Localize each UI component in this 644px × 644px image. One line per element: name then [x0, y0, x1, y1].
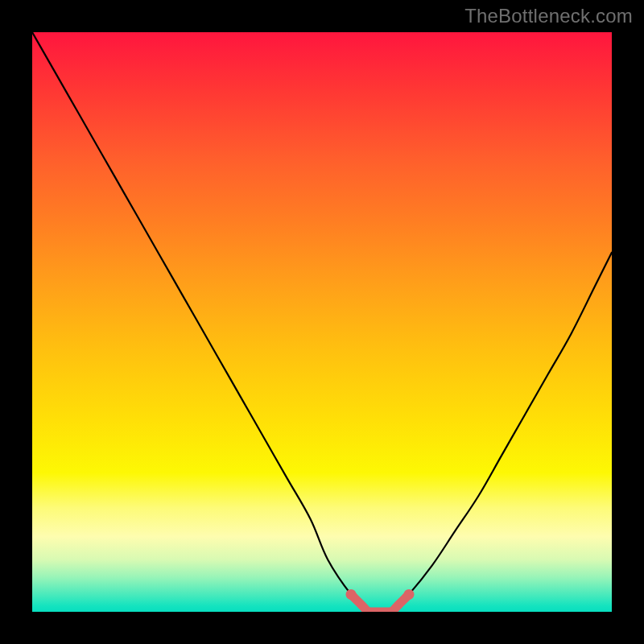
optimal-range-dot-right	[404, 589, 415, 600]
bottleneck-curve-line	[32, 32, 612, 612]
optimal-range-dot-left	[346, 589, 357, 600]
chart-frame: TheBottleneck.com	[0, 0, 644, 644]
plot-area	[32, 32, 612, 612]
bottleneck-curve-svg	[32, 32, 612, 612]
optimal-range-marker	[351, 594, 409, 612]
watermark-text: TheBottleneck.com	[464, 5, 633, 27]
